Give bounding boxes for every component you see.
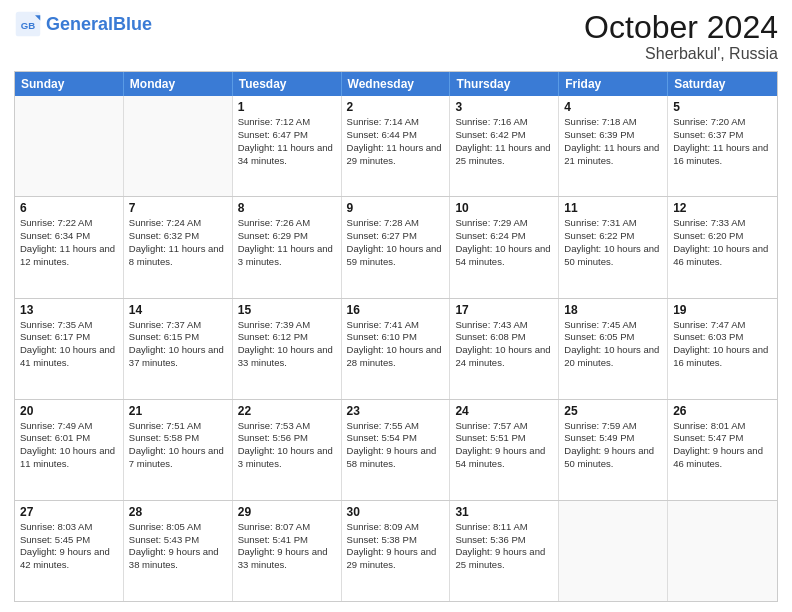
- calendar-cell: [124, 96, 233, 196]
- day-number: 28: [129, 505, 227, 519]
- calendar-cell: 14Sunrise: 7:37 AMSunset: 6:15 PMDayligh…: [124, 299, 233, 399]
- day-number: 22: [238, 404, 336, 418]
- calendar-day-header: Wednesday: [342, 72, 451, 96]
- cell-info: Sunrise: 7:24 AMSunset: 6:32 PMDaylight:…: [129, 217, 227, 268]
- cell-info: Sunrise: 7:45 AMSunset: 6:05 PMDaylight:…: [564, 319, 662, 370]
- day-number: 31: [455, 505, 553, 519]
- day-number: 21: [129, 404, 227, 418]
- calendar-cell: 11Sunrise: 7:31 AMSunset: 6:22 PMDayligh…: [559, 197, 668, 297]
- calendar-body: 1Sunrise: 7:12 AMSunset: 6:47 PMDaylight…: [15, 96, 777, 601]
- calendar-cell: 19Sunrise: 7:47 AMSunset: 6:03 PMDayligh…: [668, 299, 777, 399]
- calendar-cell: 15Sunrise: 7:39 AMSunset: 6:12 PMDayligh…: [233, 299, 342, 399]
- cell-info: Sunrise: 7:26 AMSunset: 6:29 PMDaylight:…: [238, 217, 336, 268]
- calendar-day-header: Sunday: [15, 72, 124, 96]
- day-number: 18: [564, 303, 662, 317]
- cell-info: Sunrise: 7:31 AMSunset: 6:22 PMDaylight:…: [564, 217, 662, 268]
- day-number: 20: [20, 404, 118, 418]
- day-number: 17: [455, 303, 553, 317]
- day-number: 16: [347, 303, 445, 317]
- day-number: 9: [347, 201, 445, 215]
- cell-info: Sunrise: 8:11 AMSunset: 5:36 PMDaylight:…: [455, 521, 553, 572]
- calendar-row: 20Sunrise: 7:49 AMSunset: 6:01 PMDayligh…: [15, 399, 777, 500]
- calendar-cell: 13Sunrise: 7:35 AMSunset: 6:17 PMDayligh…: [15, 299, 124, 399]
- cell-info: Sunrise: 7:22 AMSunset: 6:34 PMDaylight:…: [20, 217, 118, 268]
- day-number: 2: [347, 100, 445, 114]
- calendar-day-header: Thursday: [450, 72, 559, 96]
- logo-text: GeneralBlue: [46, 14, 152, 35]
- day-number: 11: [564, 201, 662, 215]
- cell-info: Sunrise: 7:57 AMSunset: 5:51 PMDaylight:…: [455, 420, 553, 471]
- title-block: October 2024 Sherbakul', Russia: [584, 10, 778, 63]
- cell-info: Sunrise: 7:12 AMSunset: 6:47 PMDaylight:…: [238, 116, 336, 167]
- day-number: 25: [564, 404, 662, 418]
- calendar-cell: 28Sunrise: 8:05 AMSunset: 5:43 PMDayligh…: [124, 501, 233, 601]
- day-number: 7: [129, 201, 227, 215]
- cell-info: Sunrise: 7:43 AMSunset: 6:08 PMDaylight:…: [455, 319, 553, 370]
- day-number: 30: [347, 505, 445, 519]
- cell-info: Sunrise: 8:07 AMSunset: 5:41 PMDaylight:…: [238, 521, 336, 572]
- day-number: 15: [238, 303, 336, 317]
- calendar-cell: 2Sunrise: 7:14 AMSunset: 6:44 PMDaylight…: [342, 96, 451, 196]
- calendar-day-header: Saturday: [668, 72, 777, 96]
- calendar-cell: 30Sunrise: 8:09 AMSunset: 5:38 PMDayligh…: [342, 501, 451, 601]
- calendar-cell: 8Sunrise: 7:26 AMSunset: 6:29 PMDaylight…: [233, 197, 342, 297]
- cell-info: Sunrise: 8:05 AMSunset: 5:43 PMDaylight:…: [129, 521, 227, 572]
- calendar-cell: 24Sunrise: 7:57 AMSunset: 5:51 PMDayligh…: [450, 400, 559, 500]
- calendar-row: 27Sunrise: 8:03 AMSunset: 5:45 PMDayligh…: [15, 500, 777, 601]
- calendar-cell: 18Sunrise: 7:45 AMSunset: 6:05 PMDayligh…: [559, 299, 668, 399]
- cell-info: Sunrise: 8:09 AMSunset: 5:38 PMDaylight:…: [347, 521, 445, 572]
- cell-info: Sunrise: 8:01 AMSunset: 5:47 PMDaylight:…: [673, 420, 772, 471]
- calendar-day-header: Friday: [559, 72, 668, 96]
- calendar-cell: 12Sunrise: 7:33 AMSunset: 6:20 PMDayligh…: [668, 197, 777, 297]
- calendar-cell: [668, 501, 777, 601]
- calendar-cell: 7Sunrise: 7:24 AMSunset: 6:32 PMDaylight…: [124, 197, 233, 297]
- day-number: 29: [238, 505, 336, 519]
- calendar-cell: [559, 501, 668, 601]
- calendar-cell: 21Sunrise: 7:51 AMSunset: 5:58 PMDayligh…: [124, 400, 233, 500]
- main-title: October 2024: [584, 10, 778, 45]
- cell-info: Sunrise: 7:47 AMSunset: 6:03 PMDaylight:…: [673, 319, 772, 370]
- day-number: 19: [673, 303, 772, 317]
- page: GB GeneralBlue October 2024 Sherbakul', …: [0, 0, 792, 612]
- day-number: 4: [564, 100, 662, 114]
- calendar-header: SundayMondayTuesdayWednesdayThursdayFrid…: [15, 72, 777, 96]
- day-number: 23: [347, 404, 445, 418]
- day-number: 27: [20, 505, 118, 519]
- cell-info: Sunrise: 7:18 AMSunset: 6:39 PMDaylight:…: [564, 116, 662, 167]
- cell-info: Sunrise: 7:16 AMSunset: 6:42 PMDaylight:…: [455, 116, 553, 167]
- logo-icon: GB: [14, 10, 42, 38]
- calendar-cell: 29Sunrise: 8:07 AMSunset: 5:41 PMDayligh…: [233, 501, 342, 601]
- subtitle: Sherbakul', Russia: [584, 45, 778, 63]
- calendar-cell: 16Sunrise: 7:41 AMSunset: 6:10 PMDayligh…: [342, 299, 451, 399]
- cell-info: Sunrise: 7:59 AMSunset: 5:49 PMDaylight:…: [564, 420, 662, 471]
- cell-info: Sunrise: 7:39 AMSunset: 6:12 PMDaylight:…: [238, 319, 336, 370]
- calendar-day-header: Monday: [124, 72, 233, 96]
- day-number: 13: [20, 303, 118, 317]
- day-number: 5: [673, 100, 772, 114]
- calendar-day-header: Tuesday: [233, 72, 342, 96]
- day-number: 10: [455, 201, 553, 215]
- cell-info: Sunrise: 7:51 AMSunset: 5:58 PMDaylight:…: [129, 420, 227, 471]
- day-number: 3: [455, 100, 553, 114]
- day-number: 12: [673, 201, 772, 215]
- calendar-row: 6Sunrise: 7:22 AMSunset: 6:34 PMDaylight…: [15, 196, 777, 297]
- calendar-cell: 6Sunrise: 7:22 AMSunset: 6:34 PMDaylight…: [15, 197, 124, 297]
- day-number: 1: [238, 100, 336, 114]
- header: GB GeneralBlue October 2024 Sherbakul', …: [14, 10, 778, 63]
- cell-info: Sunrise: 7:49 AMSunset: 6:01 PMDaylight:…: [20, 420, 118, 471]
- cell-info: Sunrise: 7:14 AMSunset: 6:44 PMDaylight:…: [347, 116, 445, 167]
- cell-info: Sunrise: 7:33 AMSunset: 6:20 PMDaylight:…: [673, 217, 772, 268]
- calendar-cell: 5Sunrise: 7:20 AMSunset: 6:37 PMDaylight…: [668, 96, 777, 196]
- cell-info: Sunrise: 7:20 AMSunset: 6:37 PMDaylight:…: [673, 116, 772, 167]
- day-number: 8: [238, 201, 336, 215]
- calendar-cell: 20Sunrise: 7:49 AMSunset: 6:01 PMDayligh…: [15, 400, 124, 500]
- calendar: SundayMondayTuesdayWednesdayThursdayFrid…: [14, 71, 778, 602]
- calendar-row: 1Sunrise: 7:12 AMSunset: 6:47 PMDaylight…: [15, 96, 777, 196]
- cell-info: Sunrise: 7:41 AMSunset: 6:10 PMDaylight:…: [347, 319, 445, 370]
- calendar-cell: 3Sunrise: 7:16 AMSunset: 6:42 PMDaylight…: [450, 96, 559, 196]
- calendar-cell: 25Sunrise: 7:59 AMSunset: 5:49 PMDayligh…: [559, 400, 668, 500]
- day-number: 26: [673, 404, 772, 418]
- calendar-cell: 22Sunrise: 7:53 AMSunset: 5:56 PMDayligh…: [233, 400, 342, 500]
- calendar-cell: 4Sunrise: 7:18 AMSunset: 6:39 PMDaylight…: [559, 96, 668, 196]
- cell-info: Sunrise: 7:37 AMSunset: 6:15 PMDaylight:…: [129, 319, 227, 370]
